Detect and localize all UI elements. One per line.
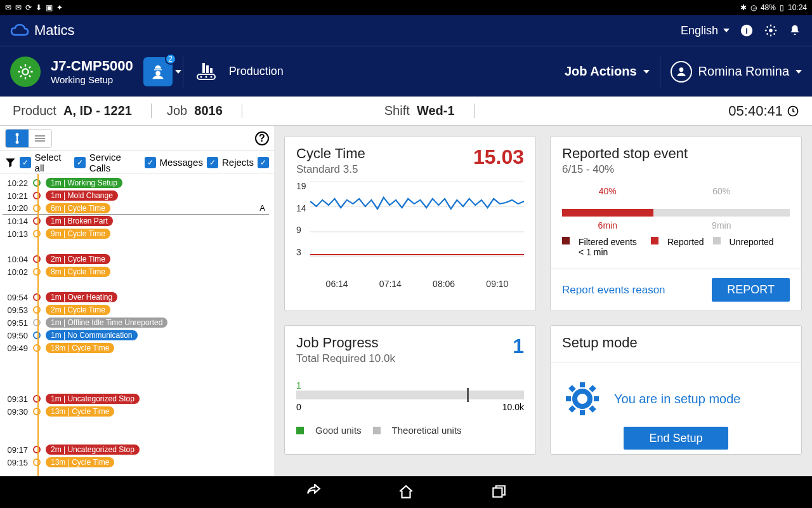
timeline-row[interactable]: 10:211m | Mold Change [3, 189, 269, 202]
user-menu[interactable]: Romina Romina [671, 61, 802, 83]
filter-row: ✓Select all ✓Service Calls ✓Messages ✓Re… [0, 151, 274, 174]
view-toggle[interactable] [5, 129, 52, 148]
language-selector[interactable]: English [681, 24, 730, 37]
timeline-view-button[interactable] [6, 130, 29, 147]
recent-button[interactable] [490, 484, 507, 500]
stop-progress-bar [562, 209, 790, 217]
timeline-row[interactable]: 10:028m | Cycle Time [3, 265, 269, 278]
stop-dur-unreported: 9min [653, 220, 790, 231]
setup-title: Setup mode [562, 335, 790, 351]
timeline-row[interactable]: 09:541m | Over Heating [3, 291, 269, 304]
battery-icon: ▯ [780, 3, 784, 12]
service-calls-label: Service Calls [89, 152, 141, 173]
worker-icon [148, 62, 167, 81]
stop-pct-unreported: 60% [653, 186, 790, 196]
progress-max: 10.0k [502, 402, 524, 412]
worker-button[interactable]: 2 [143, 57, 173, 86]
timeline-row[interactable]: 09:172m | Uncategorized Stop [3, 443, 269, 456]
timeline-row[interactable]: 10:042m | Cycle Time [3, 253, 269, 265]
job-progress-sub: Total Required 10.0k [296, 352, 395, 365]
filter-icon[interactable] [5, 157, 16, 168]
svg-point-11 [679, 67, 683, 72]
help-icon[interactable]: ? [255, 131, 269, 145]
machine-icon [193, 60, 219, 83]
legend-unreported: Unreported [730, 237, 774, 247]
product-label: Product [13, 104, 56, 117]
rejects-checkbox[interactable]: ✓ [207, 157, 218, 168]
svg-point-10 [210, 76, 212, 77]
cycle-time-title: Cycle Time [296, 145, 365, 162]
report-reason-link[interactable]: Report events reason [562, 284, 665, 297]
timeline-list[interactable]: 10:221m | Working Setup10:211m | Mold Ch… [0, 174, 274, 476]
job-actions-menu[interactable]: Job Actions [565, 64, 650, 79]
app-logo[interactable]: Matics [10, 22, 75, 39]
mode-label: Production [229, 65, 284, 78]
legend-reported: Reported [667, 237, 704, 247]
stop-event-card: Reported stop event 6/15 - 40% 40% 60% 6… [550, 136, 802, 311]
shift-value: Wed-1 [417, 104, 455, 117]
svg-rect-6 [210, 68, 213, 73]
timeline-row[interactable] [3, 380, 269, 392]
timeline-row[interactable]: 09:1513m | Cycle Time [3, 456, 269, 469]
messages-label: Messages [160, 157, 203, 168]
info-icon[interactable]: i [740, 23, 754, 37]
cycle-time-value: 15.03 [473, 145, 524, 169]
job-progress-title: Job Progress [296, 335, 395, 351]
svg-point-3 [22, 69, 28, 74]
back-button[interactable] [305, 484, 322, 500]
app-icon: ✦ [56, 3, 63, 12]
timeline-panel: ? ✓Select all ✓Service Calls ✓Messages ✓… [0, 126, 274, 476]
job-value: 8016 [194, 104, 223, 117]
svg-rect-5 [206, 65, 209, 73]
timeline-row[interactable]: 09:311m | Uncategorized Stop [3, 392, 269, 405]
legend-filtered: Filtered events < 1 min [579, 237, 642, 257]
timeline-row[interactable] [3, 418, 269, 431]
setup-text: You are in setup mode [614, 392, 740, 406]
android-nav-bar [0, 476, 812, 508]
rejects-label: Rejects [222, 157, 254, 168]
wifi-icon: ◶ [750, 3, 757, 12]
mail2-icon: ✉ [15, 3, 22, 12]
timeline-row[interactable]: 09:532m | Cycle Time [3, 304, 269, 316]
progress-bar [296, 391, 524, 399]
timeline-row[interactable]: 09:501m | No Communication [3, 329, 269, 342]
avatar-icon [671, 61, 692, 83]
timeline-row[interactable]: 09:4918m | Cycle Time [3, 342, 269, 354]
stop-event-sub: 6/15 - 40% [562, 163, 790, 176]
end-setup-button[interactable]: End Setup [624, 427, 728, 450]
android-status-bar: ✉ ✉ ⟳ ⬇ ▣ ✦ ✱ ◶ 48% ▯ 10:24 [0, 0, 812, 15]
bell-icon[interactable] [788, 23, 802, 37]
app-header: Matics English i J7-CMP5000 Working Setu… [0, 15, 812, 97]
list-view-button[interactable] [29, 130, 51, 147]
timeline-row[interactable] [3, 431, 269, 443]
cloud-icon [10, 23, 29, 37]
settings-icon[interactable] [764, 23, 778, 37]
chevron-down-icon [643, 70, 650, 74]
stop-event-title: Reported stop event [562, 145, 790, 162]
timeline-row[interactable]: 10:139m | Cycle Time [3, 227, 269, 240]
timeline-row[interactable]: 10:221m | Working Setup [3, 177, 269, 189]
job-label: Job [167, 104, 187, 117]
stop-pct-reported: 40% [562, 186, 653, 196]
timeline-row[interactable] [3, 354, 269, 367]
status-gear-icon[interactable] [10, 57, 41, 87]
progress-current: 1 [296, 380, 524, 391]
report-button[interactable]: REPORT [712, 278, 790, 302]
timeline-row[interactable]: 10:206m | Cycle TimeA [3, 202, 269, 215]
messages-checkbox[interactable]: ✓ [145, 157, 156, 168]
timeline-row[interactable]: 09:511m | Offline Idle Time Unreported [3, 316, 269, 329]
timeline-row[interactable] [3, 278, 269, 291]
user-name: Romina Romina [698, 64, 789, 79]
timeline-row[interactable]: 10:141m | Broken Part [3, 215, 269, 227]
svg-point-14 [16, 140, 19, 144]
timeline-row[interactable]: 09:3013m | Cycle Time [3, 405, 269, 418]
select-all-checkbox[interactable]: ✓ [20, 157, 31, 168]
cycle-time-card: Cycle Time Standard 3.5 15.03 19 14 9 3 [284, 136, 536, 311]
service-calls-checkbox[interactable]: ✓ [74, 157, 86, 168]
timeline-row[interactable] [3, 240, 269, 253]
timeline-row[interactable] [3, 367, 269, 380]
home-button[interactable] [398, 484, 414, 500]
chevron-down-icon [175, 70, 181, 74]
extra-checkbox[interactable]: ✓ [258, 157, 269, 168]
clock-icon [787, 105, 799, 117]
